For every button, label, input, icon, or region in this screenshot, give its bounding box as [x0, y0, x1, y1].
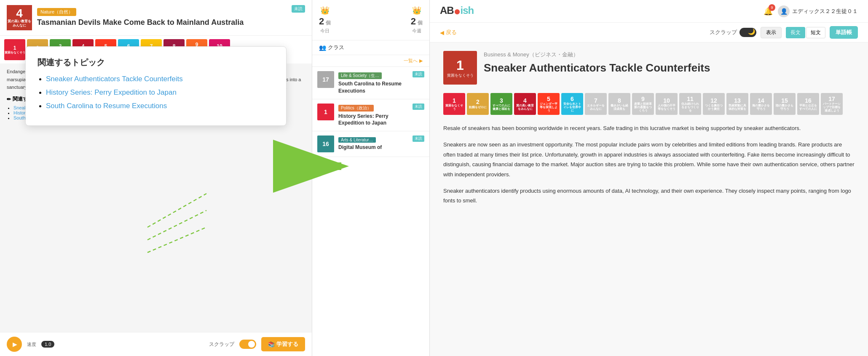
related-popup: 関連するトピック Sneaker Authenticators Tackle C… [25, 46, 287, 126]
class-link[interactable]: 👥 クラス [312, 40, 429, 55]
article-detail-header: 1 貧困をなくそう Business & Money（ビジネス・金融） Snea… [443, 51, 855, 85]
sdg-cell-right[interactable]: 6安全な水とトイレを世界中に [561, 93, 583, 115]
card-num: 16 [317, 135, 334, 152]
logo-dot: ● [454, 5, 461, 18]
notification-button[interactable]: 🔔 9 [764, 7, 773, 16]
sdg-cell-right[interactable]: 15陸の豊かさも守ろう [774, 93, 796, 115]
right-header: AB●ish 🔔 9 👤 エディックス２２生徒０１ [430, 0, 868, 23]
list-link-text: 一覧へ [404, 58, 418, 64]
scrap-toggle-area: スクラップ [710, 28, 756, 37]
today-stat: 👑 2 個 今日 [319, 6, 331, 34]
user-name: エディックス２２生徒０１ [792, 8, 858, 15]
crown-icon-today: 👑 [320, 6, 330, 15]
card-content: Life & Society（生… South Carolina to Resu… [338, 71, 408, 95]
back-arrow-icon: ◀ [440, 29, 444, 36]
week-unit: 個 [418, 19, 423, 27]
card-category: Arts & Literatur… [338, 137, 376, 143]
class-label: クラス [328, 44, 344, 51]
sdg-cell-right[interactable]: 9産業と技術革新の基盤をつくろう [632, 93, 654, 115]
right-content: 1 貧困をなくそう Business & Money（ビジネス・金融） Snea… [430, 43, 868, 352]
article-meta: Nature（自然） Tasmanian Devils Make Come Ba… [37, 8, 287, 27]
sdg-item-left[interactable]: 1貧困をなくそう [4, 39, 25, 60]
week-stat: 👑 2 個 今週 [411, 6, 423, 34]
user-avatar: 👤 [778, 5, 790, 17]
detail-number: 1 [456, 58, 464, 73]
stats-bar: 👑 2 個 今日 👑 2 個 今週 [312, 0, 429, 40]
right-panel: AB●ish 🔔 9 👤 エディックス２２生徒０１ ◀ 戻る スクラップ 表示 … [430, 0, 868, 356]
sdg-cell-right[interactable]: 10人や国の不平等をなくそう [656, 93, 678, 115]
dark-mode-toggle[interactable] [739, 28, 756, 37]
article-card[interactable]: 16 Arts & Literatur… Digital Museum of 未… [312, 131, 429, 157]
article-title: Tasmanian Devils Make Come Back to Mainl… [37, 18, 287, 27]
long-text-button[interactable]: 長文 [786, 27, 805, 38]
list-link[interactable]: 一覧へ ▶ [312, 55, 429, 67]
player-bar: 速度 1.0 スクラップ 📚 学習する [0, 332, 312, 356]
logo-sub: ish [461, 5, 474, 16]
sdg-cell-right[interactable]: 1貧困をなくそう [443, 93, 465, 115]
card-num: 1 [317, 104, 334, 120]
sdg-cell-right[interactable]: 13気候変動に具体的な対策を [726, 93, 748, 115]
class-icon: 👥 [319, 44, 326, 51]
speed-label: 速度 [27, 341, 36, 348]
vocab-button[interactable]: 単語帳 [830, 26, 858, 39]
article-category: Nature（自然） [37, 8, 76, 16]
related-popup-item[interactable]: History Series: Perry Expedition to Japa… [46, 88, 274, 97]
sdg-cell-right[interactable]: 4質の高い教育をみんなに [514, 93, 536, 115]
week-count: 2 [411, 16, 416, 27]
sdg-cell-right[interactable]: 14海の豊かさを守ろう [750, 93, 772, 115]
user-area[interactable]: 👤 エディックス２２生徒０１ [778, 5, 858, 17]
article-paragraphs: Resale of sneakers has been booming worl… [443, 123, 855, 206]
card-content: Politics（政治） History Series: Perry Exped… [338, 104, 408, 127]
sdg-cell-right[interactable]: 5ジェンダー平等を実現しよう [538, 93, 560, 115]
length-buttons: 長文 短文 [786, 27, 825, 38]
detail-category: Business & Money（ビジネス・金融） [484, 51, 855, 58]
article-cards: 17 Life & Society（生… South Carolina to R… [312, 67, 429, 157]
sdg-cell-right[interactable]: 11住み続けられるまちづくりを [679, 93, 701, 115]
sdg-cell-right[interactable]: 7エネルギーをみんなに [585, 93, 607, 115]
detail-num-box: 1 貧困をなくそう [443, 51, 477, 85]
article-card[interactable]: 1 Politics（政治） History Series: Perry Exp… [312, 99, 429, 132]
card-title: History Series: Perry Expedition to Japa… [338, 113, 408, 127]
sdg-cell-right[interactable]: 12つくる責任つかう責任 [703, 93, 725, 115]
related-popup-title: 関連するトピック [38, 57, 274, 68]
detail-meta: Business & Money（ビジネス・金融） Sneaker Authen… [484, 51, 855, 75]
scrap-toggle[interactable] [239, 340, 256, 349]
related-popup-item[interactable]: South Carolina to Resume Executions [46, 102, 274, 110]
related-popup-list: Sneaker Authenticators Tackle Counterfei… [38, 75, 274, 110]
article-paragraph-right: Resale of sneakers has been booming worl… [443, 123, 855, 133]
sdg-cell-right[interactable]: 17パートナーシップで目標を達成しよう [821, 93, 843, 115]
article-card[interactable]: 17 Life & Society（生… South Carolina to R… [312, 67, 429, 99]
card-title: Digital Museum of [338, 144, 408, 151]
card-content: Arts & Literatur… Digital Museum of [338, 135, 408, 151]
detail-title: Sneaker Authenticators Tackle Counterfei… [484, 61, 855, 75]
logo-text: AB●ish [440, 5, 474, 18]
card-title: South Carolina to Resume Executions [338, 80, 408, 95]
today-count: 2 [319, 16, 324, 27]
back-link[interactable]: ◀ 戻る [440, 29, 457, 36]
card-unread: 未読 [413, 71, 424, 77]
article-header: 4 質の高い教育をみんなに Nature（自然） Tasmanian Devil… [0, 0, 312, 36]
today-unit: 個 [326, 19, 331, 27]
pencil-icon: ✏ [7, 96, 11, 102]
display-button[interactable]: 表示 [761, 27, 782, 38]
player-scrap-label: スクラップ [209, 341, 234, 348]
card-category: Life & Society（生… [338, 72, 382, 79]
related-popup-item[interactable]: Sneaker Authenticators Tackle Counterfei… [46, 75, 274, 83]
sdg-cell-right[interactable]: 8働きがいも経済成長も [608, 93, 630, 115]
week-label: 今週 [412, 28, 421, 34]
play-button[interactable] [7, 337, 22, 352]
sdg-cell-right[interactable]: 2飢餓をゼロに [467, 93, 489, 115]
notification-badge: 9 [769, 4, 775, 11]
study-button[interactable]: 📚 学習する [261, 337, 305, 351]
unread-badge: 未読 [292, 5, 305, 13]
article-subtitle: 質の高い教育をみんなに [7, 19, 32, 27]
logo: AB●ish [440, 5, 474, 18]
arrow-right-icon: ▶ [419, 58, 423, 64]
speed-value: 1.0 [41, 341, 54, 348]
sdg-cell-right[interactable]: 3すべての人に健康と福祉を [490, 93, 512, 115]
sdg-cell-right[interactable]: 16平和と公正をすべての人に [797, 93, 819, 115]
svg-line-1 [147, 210, 206, 240]
card-num: 17 [317, 71, 334, 88]
article-number-box: 4 質の高い教育をみんなに [7, 5, 32, 30]
short-text-button[interactable]: 短文 [806, 27, 825, 38]
